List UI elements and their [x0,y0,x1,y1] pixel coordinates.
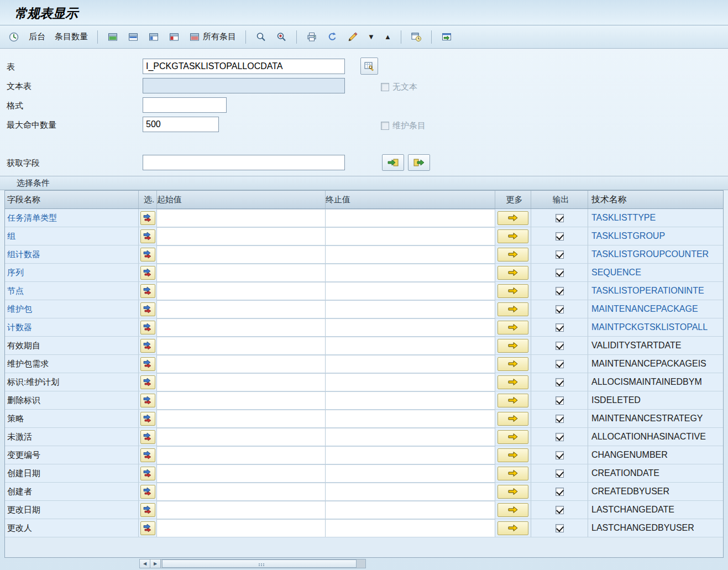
selection-option-button[interactable] [140,503,155,517]
to-value-input[interactable] [326,209,495,227]
selection-option-button[interactable] [140,266,155,280]
deselect-button[interactable] [166,30,182,44]
output-checkbox[interactable] [556,488,564,496]
more-button[interactable] [497,339,528,353]
more-button[interactable] [497,266,528,280]
output-checkbox[interactable] [556,378,564,386]
to-value-input[interactable] [326,519,495,537]
from-value-input[interactable] [157,410,325,427]
output-checkbox[interactable] [556,415,564,423]
more-button[interactable] [497,521,528,535]
to-value-input[interactable] [326,227,495,245]
from-value-input[interactable] [157,282,325,300]
format-input[interactable] [143,97,227,113]
from-value-input[interactable] [157,209,325,227]
selection-option-button[interactable] [140,430,155,444]
from-value-input[interactable] [157,355,325,373]
from-value-input[interactable] [157,446,325,464]
from-value-input[interactable] [157,337,325,354]
change-button[interactable] [344,30,361,44]
from-value-input[interactable] [157,519,325,537]
from-value-input[interactable] [157,391,325,409]
to-value-input[interactable] [326,464,495,482]
to-value-input[interactable] [326,318,495,336]
table-settings-button[interactable] [360,57,378,75]
from-value-input[interactable] [157,245,325,263]
print-button[interactable] [303,30,320,44]
refresh-button[interactable] [324,30,341,44]
from-value-input[interactable] [157,300,325,318]
selection-option-button[interactable] [140,448,155,462]
scrollbar-thumb[interactable] [162,559,357,568]
select-button[interactable] [145,30,162,44]
to-value-input[interactable] [326,300,495,318]
selection-option-button[interactable] [140,485,155,499]
execute-button[interactable] [6,30,22,44]
more-button[interactable] [497,321,528,334]
more-button[interactable] [497,229,528,243]
from-value-input[interactable] [157,227,325,245]
all-entries-button[interactable]: 所有条目 [186,30,239,44]
search-next-button[interactable] [273,30,290,44]
to-value-input[interactable] [326,483,495,500]
table-input[interactable] [143,59,345,74]
output-checkbox[interactable] [556,323,564,332]
output-checkbox[interactable] [556,269,564,277]
output-checkbox[interactable] [556,305,564,313]
export-fields-button[interactable] [408,154,430,171]
output-checkbox[interactable] [556,451,564,459]
more-button[interactable] [497,467,528,480]
from-value-input[interactable] [157,483,325,500]
selection-option-button[interactable] [140,302,155,316]
layout-button[interactable] [438,30,455,44]
to-value-input[interactable] [326,391,495,409]
more-button[interactable] [497,248,528,262]
more-button[interactable] [497,211,528,225]
selection-option-button[interactable] [140,211,155,225]
more-button[interactable] [497,412,528,426]
output-checkbox[interactable] [556,232,564,240]
scroll-down-button[interactable]: ▼ [365,32,378,42]
selection-option-button[interactable] [140,375,155,389]
output-checkbox[interactable] [556,506,564,514]
output-checkbox[interactable] [556,214,564,222]
import-fields-button[interactable] [382,154,404,171]
output-checkbox[interactable] [556,396,564,405]
more-button[interactable] [497,284,528,298]
selection-option-button[interactable] [140,229,155,243]
max-hits-input[interactable] [143,117,219,132]
to-value-input[interactable] [326,446,495,464]
output-checkbox[interactable] [556,469,564,478]
entry-count-button[interactable]: 条目数量 [52,30,91,44]
more-button[interactable] [497,357,528,371]
more-button[interactable] [497,302,528,316]
output-checkbox[interactable] [556,433,564,441]
selection-option-button[interactable] [140,284,155,298]
more-button[interactable] [497,448,528,462]
background-button[interactable]: 后台 [26,30,48,44]
output-checkbox[interactable] [556,287,564,295]
more-button[interactable] [497,503,528,517]
from-value-input[interactable] [157,318,325,336]
to-value-input[interactable] [326,355,495,373]
to-value-input[interactable] [326,373,495,391]
to-value-input[interactable] [326,501,495,519]
from-value-input[interactable] [157,373,325,391]
output-checkbox[interactable] [556,360,564,368]
scrollbar-track[interactable] [161,559,365,568]
from-value-input[interactable] [157,428,325,446]
selection-option-button[interactable] [140,394,155,407]
more-button[interactable] [497,375,528,389]
to-value-input[interactable] [326,410,495,427]
from-value-input[interactable] [157,501,325,519]
scroll-left-button[interactable]: ◀ [140,559,150,568]
to-value-input[interactable] [326,337,495,354]
output-checkbox[interactable] [556,342,564,350]
selection-option-button[interactable] [140,339,155,353]
selection-option-button[interactable] [140,357,155,371]
to-value-input[interactable] [326,428,495,446]
from-value-input[interactable] [157,264,325,281]
selection-option-button[interactable] [140,521,155,535]
more-button[interactable] [497,430,528,444]
selection-option-button[interactable] [140,248,155,262]
